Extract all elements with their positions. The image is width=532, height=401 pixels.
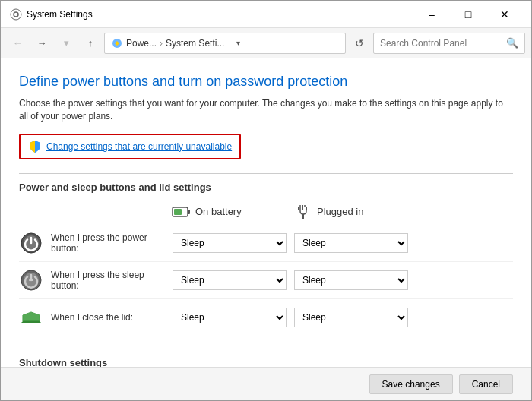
sleep-icon [19,268,43,292]
back-button[interactable]: ← [7,33,28,54]
power-button-dropdowns: Sleep Do nothing Hibernate Shut down Tur… [173,233,416,253]
sleep-button-battery-select[interactable]: Sleep Do nothing Hibernate Shut down [173,270,287,290]
search-box: 🔍 [373,33,525,54]
power-button-battery-select[interactable]: Sleep Do nothing Hibernate Shut down Tur… [173,233,287,253]
battery-icon [171,202,191,222]
col-plugged-label: Plugged in [317,206,363,217]
column-headers: On battery Plugged in [19,202,513,222]
search-icon: 🔍 [506,37,518,49]
search-input[interactable] [380,38,503,49]
forward-button[interactable]: → [31,33,52,54]
power-button-label: When I press the power button: [51,232,173,254]
section-divider-2 [19,349,513,349]
change-settings-link[interactable]: Change settings that are currently unava… [19,134,241,159]
title-bar-controls: – □ ✕ [414,4,522,25]
power-icon [19,231,43,255]
up-button[interactable]: ↑ [80,33,101,54]
breadcrumb-setti: System Setti... [166,38,224,49]
col-header-plugged: Plugged in [293,202,414,222]
page-description: Choose the power settings that you want … [19,97,513,123]
breadcrumb-dropdown-button[interactable]: ▾ [229,33,247,54]
close-lid-icon [20,306,43,329]
breadcrumb: Powe... › System Setti... ▾ [104,33,346,54]
shutdown-section-title: Shutdown settings [19,357,513,367]
close-lid-dropdowns: Sleep Do nothing Hibernate Shut down Sle… [173,308,416,327]
svg-rect-5 [174,209,182,215]
svg-rect-4 [188,210,190,214]
sleep-button-icon [20,269,43,292]
sleep-button-row: When I press the sleep button: Sleep Do … [19,262,513,299]
power-button-icon [20,232,43,254]
cancel-button[interactable]: Cancel [459,374,513,394]
page-title: Define power buttons and turn on passwor… [19,74,513,90]
power-button-plugged-select[interactable]: Sleep Do nothing Hibernate Shut down Tur… [294,233,408,253]
sleep-button-dropdowns: Sleep Do nothing Hibernate Shut down Sle… [173,270,416,290]
shutdown-section: Shutdown settings Turn on fast startup (… [19,349,513,367]
window: System Settings – □ ✕ ← → ▾ ↑ Powe... › … [0,0,532,401]
close-button[interactable]: ✕ [487,4,522,25]
svg-rect-12 [29,279,33,281]
settings-icon [10,8,22,21]
title-bar: System Settings – □ ✕ [1,1,531,28]
lid-icon [19,305,43,330]
sleep-button-label: When I press the sleep button: [51,270,173,291]
close-lid-plugged-select[interactable]: Sleep Do nothing Hibernate Shut down [294,308,408,327]
close-lid-label: When I close the lid: [51,312,173,323]
main-content: Define power buttons and turn on passwor… [1,58,531,367]
save-changes-button[interactable]: Save changes [369,374,453,394]
footer: Save changes Cancel [1,367,531,400]
minimize-button[interactable]: – [414,4,449,25]
svg-point-1 [11,9,21,20]
breadcrumb-powe: Powe... [126,38,157,49]
power-sleep-section-title: Power and sleep buttons and lid settings [19,182,513,193]
change-settings-text: Change settings that are currently unava… [46,141,232,152]
nav-bar: ← → ▾ ↑ Powe... › System Setti... ▾ ↺ 🔍 [1,28,531,58]
shield-uac-icon [28,140,42,153]
power-button-row: When I press the power button: Sleep Do … [19,225,513,262]
plug-icon [293,202,312,222]
section-divider-1 [19,173,513,174]
sleep-button-plugged-select[interactable]: Sleep Do nothing Hibernate Shut down [294,270,408,290]
maximize-button[interactable]: □ [451,4,486,25]
window-title: System Settings [27,9,93,20]
col-header-battery: On battery [171,202,293,222]
close-lid-row: When I close the lid: Sleep Do nothing H… [19,299,513,336]
close-lid-battery-select[interactable]: Sleep Do nothing Hibernate Shut down [173,308,287,327]
svg-point-0 [14,12,18,17]
title-bar-left: System Settings [10,8,93,21]
col-battery-label: On battery [195,206,242,217]
dropdown-recent-button[interactable]: ▾ [55,33,77,54]
refresh-button[interactable]: ↺ [349,33,370,54]
breadcrumb-icon [111,37,123,49]
